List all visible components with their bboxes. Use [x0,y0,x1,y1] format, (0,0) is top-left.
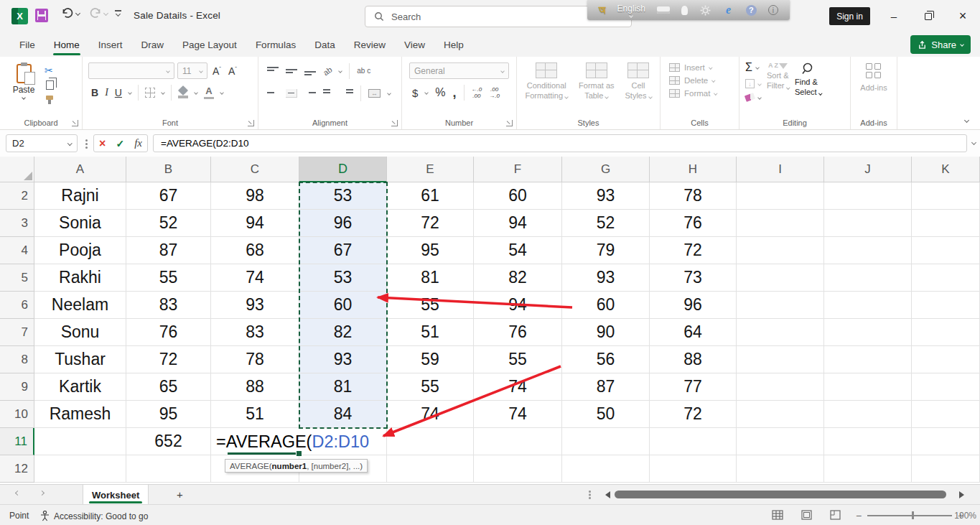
avro-icon[interactable] [681,6,688,15]
font-color-dropdown[interactable] [220,90,224,95]
cell-J12[interactable] [824,455,912,483]
column-header-A[interactable]: A [34,157,126,182]
underline-button[interactable]: U [115,87,122,98]
cell-I6[interactable] [737,292,824,319]
addins-icon[interactable] [866,63,882,79]
cell-J6[interactable] [824,292,912,319]
cell-B10[interactable]: 95 [126,401,211,428]
keyboard-icon[interactable] [657,6,670,14]
share-button[interactable]: Share [910,35,971,54]
find-select-button[interactable]: Find &Select [795,62,821,116]
row-header-4[interactable]: 4 [0,237,34,264]
horizontal-scrollbar-thumb[interactable] [615,491,946,498]
cell-E8[interactable]: 59 [387,346,474,373]
cell-F8[interactable]: 55 [474,346,562,373]
redo-button[interactable] [89,7,108,19]
tab-review[interactable]: Review [345,32,395,57]
cell-F7[interactable]: 76 [474,319,562,346]
cell-A6[interactable]: Neelam [34,292,126,319]
row-header-11[interactable]: 11 [0,428,34,455]
cell-J9[interactable] [824,373,912,401]
customize-quick-access-icon[interactable] [115,10,121,16]
format-painter-icon[interactable] [45,95,55,104]
cell-E11[interactable] [387,428,474,455]
cell-B2[interactable]: 67 [126,182,211,210]
cell-F4[interactable]: 54 [474,237,562,264]
scroll-right-icon[interactable] [959,491,964,498]
cell-E3[interactable]: 72 [387,210,474,237]
cell-J10[interactable] [824,401,912,428]
cell-styles-button[interactable]: CellStyles [625,62,652,116]
cell-A2[interactable]: Rajni [34,182,126,210]
format-as-table-button[interactable]: Format asTable [579,62,615,116]
cell-H9[interactable]: 77 [650,373,737,401]
cell-formula-editor[interactable]: =AVERAGE(D2:D10 [215,429,369,455]
scrollbar-drag-handle[interactable] [589,491,591,493]
cell-K5[interactable] [912,264,980,292]
insert-function-icon[interactable]: fx [134,137,142,149]
cell-F9[interactable]: 74 [474,373,562,401]
comma-style-icon[interactable]: , [453,89,457,97]
fill-color-icon[interactable] [178,87,188,98]
undo-button[interactable] [61,7,80,19]
tab-draw[interactable]: Draw [132,32,174,57]
cell-H6[interactable]: 96 [650,292,737,319]
copy-icon[interactable] [46,80,54,90]
clipboard-dialog-launcher[interactable] [72,120,78,126]
font-name-select[interactable] [88,62,174,79]
normal-view-icon[interactable] [772,510,783,520]
cell-D9[interactable]: 81 [299,373,387,401]
cell-I8[interactable] [737,346,824,373]
cell-H2[interactable]: 78 [650,182,737,210]
cell-D3[interactable]: 96 [299,210,387,237]
decrease-decimal-icon[interactable]: .00→.0 [489,86,500,99]
cell-F11[interactable] [474,428,562,455]
row-header-3[interactable]: 3 [0,210,34,237]
cell-K4[interactable] [912,237,980,264]
merge-dropdown[interactable] [387,91,391,96]
cell-B11[interactable]: 652 [126,428,211,455]
align-left-icon[interactable] [267,89,279,98]
cell-D10[interactable]: 84 [299,401,387,428]
decrease-indent-icon[interactable] [323,89,335,98]
accessibility-status[interactable]: Accessibility: Good to go [40,511,148,521]
cell-G2[interactable]: 93 [562,182,650,210]
column-header-H[interactable]: H [650,157,737,182]
cell-H11[interactable] [650,428,737,455]
cell-B5[interactable]: 55 [126,264,211,292]
orientation-icon[interactable]: ab [322,65,334,78]
cell-G6[interactable]: 60 [562,292,650,319]
clear-button[interactable] [745,94,761,101]
currency-dropdown[interactable] [425,90,429,95]
addins-button[interactable]: Add-ins [860,83,887,92]
cell-K8[interactable] [912,346,980,373]
new-sheet-button[interactable]: + [177,488,183,501]
cell-B9[interactable]: 65 [126,373,211,401]
cell-I5[interactable] [737,264,824,292]
cell-C10[interactable]: 51 [211,401,299,428]
cell-D4[interactable]: 67 [299,237,387,264]
column-header-K[interactable]: K [912,157,980,182]
cell-G9[interactable]: 87 [562,373,650,401]
conditional-formatting-button[interactable]: ConditionalFormatting [525,62,568,116]
cell-K7[interactable] [912,319,980,346]
cell-C7[interactable]: 83 [211,319,299,346]
cell-J11[interactable] [824,428,912,455]
cell-F5[interactable]: 82 [474,264,562,292]
cell-F12[interactable] [474,455,562,483]
cell-A3[interactable]: Sonia [34,210,126,237]
cell-I2[interactable] [737,182,824,210]
name-box[interactable]: D2 [6,134,78,152]
tab-formulas[interactable]: Formulas [246,32,305,57]
cell-D5[interactable]: 53 [299,264,387,292]
percent-icon[interactable]: % [435,86,445,99]
row-header-6[interactable]: 6 [0,292,34,319]
row-header-8[interactable]: 8 [0,346,34,373]
tab-file[interactable]: File [10,32,45,57]
cell-K2[interactable] [912,182,980,210]
row-header-12[interactable]: 12 [0,455,34,483]
column-header-B[interactable]: B [126,157,211,182]
cell-E10[interactable]: 74 [387,401,474,428]
cell-G10[interactable]: 50 [562,401,650,428]
bold-button[interactable]: B [91,87,98,98]
